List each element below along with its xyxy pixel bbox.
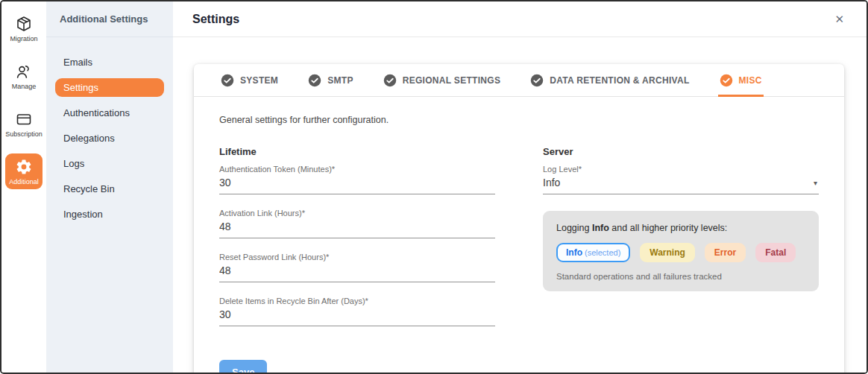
- field-label: Authentication Token (Minutes)*: [219, 165, 495, 174]
- lifetime-section: Lifetime Authentication Token (Minutes)*…: [219, 146, 495, 340]
- check-circle-icon: [221, 74, 234, 87]
- main-area: Settings ✕ SYSTEM: [173, 1, 867, 373]
- settings-tabs: SYSTEM SMTP REGIONAL SETTINGS: [194, 64, 844, 97]
- sidebar-additional-settings: Additional Settings Emails Settings Auth…: [46, 1, 173, 373]
- log-level-select[interactable]: Info ▾: [543, 174, 819, 194]
- info-text-prefix: Logging: [556, 223, 592, 233]
- log-level-info-text: Logging Info and all higher priority lev…: [556, 223, 805, 233]
- section-heading-lifetime: Lifetime: [219, 146, 495, 157]
- main-body: SYSTEM SMTP REGIONAL SETTINGS: [173, 37, 867, 374]
- tab-description: General settings for further configurati…: [219, 115, 819, 125]
- check-circle-icon: [383, 74, 397, 87]
- log-level-value: Info: [543, 177, 560, 188]
- info-text-highlight: Info: [592, 223, 609, 233]
- badge-error: Error: [705, 243, 746, 262]
- badge-info-selected-note: (selected): [585, 248, 620, 257]
- sidebar-item-ingestion[interactable]: Ingestion: [55, 205, 164, 224]
- field-label: Delete Items in Recycle Bin After (Days)…: [219, 297, 495, 305]
- tab-label: MISC: [739, 75, 762, 86]
- badge-fatal: Fatal: [755, 243, 796, 262]
- sidebar-title: Additional Settings: [46, 1, 173, 37]
- page-title: Settings: [192, 13, 239, 26]
- tab-label: DATA RETENTION & ARCHIVAL: [550, 75, 689, 86]
- sidebar-item-logs[interactable]: Logs: [55, 154, 164, 173]
- rail-item-manage[interactable]: Manage: [5, 58, 43, 94]
- tab-label: REGIONAL SETTINGS: [403, 75, 501, 86]
- misc-tab-content: General settings for further configurati…: [194, 97, 844, 374]
- rail-item-additional[interactable]: Additional: [5, 153, 43, 189]
- tab-data-retention-archival[interactable]: DATA RETENTION & ARCHIVAL: [529, 64, 691, 97]
- field-label: Reset Password Link (Hours)*: [219, 253, 495, 262]
- check-circle-icon: [530, 74, 544, 87]
- main-header: Settings ✕: [173, 1, 867, 37]
- app-window: Migration Manage Subscription: [0, 0, 868, 374]
- server-section: Server Log Level* Info ▾ Logging: [543, 146, 819, 340]
- sidebar-nav: Emails Settings Authentications Delegati…: [46, 37, 173, 230]
- sidebar-item-recycle-bin[interactable]: Recycle Bin: [55, 180, 164, 198]
- tab-system[interactable]: SYSTEM: [219, 64, 280, 97]
- icon-rail: Migration Manage Subscription: [1, 1, 46, 373]
- field-label: Activation Link (Hours)*: [219, 209, 495, 218]
- badge-info: Info(selected): [556, 243, 630, 262]
- rail-item-label: Subscription: [5, 130, 43, 138]
- check-circle-icon: [720, 74, 733, 87]
- field-authentication-token: Authentication Token (Minutes)*: [219, 165, 495, 194]
- sidebar-item-delegations[interactable]: Delegations: [55, 129, 164, 148]
- activation-link-input[interactable]: [219, 218, 495, 238]
- log-level-footnote: Standard operations and all failures tra…: [556, 272, 805, 281]
- field-delete-items-recycle-bin: Delete Items in Recycle Bin After (Days)…: [219, 297, 495, 326]
- sidebar-item-authentications[interactable]: Authentications: [55, 104, 164, 122]
- card-icon: [15, 110, 33, 128]
- tab-regional-settings[interactable]: REGIONAL SETTINGS: [382, 64, 503, 97]
- check-circle-icon: [308, 74, 321, 87]
- sidebar-item-emails[interactable]: Emails: [55, 53, 164, 72]
- log-level-info-box: Logging Info and all higher priority lev…: [543, 211, 819, 291]
- rail-item-migration[interactable]: Migration: [5, 10, 43, 46]
- people-icon: [15, 63, 33, 80]
- badge-warning: Warning: [640, 243, 695, 262]
- delete-items-recycle-bin-input[interactable]: [219, 305, 495, 326]
- save-button[interactable]: Save: [219, 360, 267, 374]
- rail-item-label: Migration: [10, 35, 37, 42]
- section-heading-server: Server: [543, 146, 819, 157]
- info-text-suffix: and all higher priority levels:: [609, 223, 727, 233]
- tab-label: SMTP: [327, 75, 353, 86]
- authentication-token-input[interactable]: [219, 174, 495, 194]
- reset-password-link-input[interactable]: [219, 262, 495, 282]
- tab-smtp[interactable]: SMTP: [306, 64, 355, 97]
- rail-item-label: Manage: [12, 83, 37, 90]
- rail-item-label: Additional: [9, 178, 39, 186]
- log-level-badges: Info(selected) Warning Error Fatal: [556, 243, 805, 262]
- tab-misc[interactable]: MISC: [718, 64, 764, 97]
- settings-card: SYSTEM SMTP REGIONAL SETTINGS: [194, 64, 844, 374]
- badge-info-label: Info: [566, 247, 582, 258]
- field-reset-password-link: Reset Password Link (Hours)*: [219, 253, 495, 282]
- rail-item-subscription[interactable]: Subscription: [5, 106, 43, 142]
- package-icon: [15, 15, 33, 33]
- close-icon[interactable]: ✕: [834, 13, 844, 25]
- sidebar-item-settings[interactable]: Settings: [55, 78, 164, 97]
- field-log-level: Log Level* Info ▾: [543, 165, 819, 194]
- gear-icon: [15, 158, 33, 176]
- field-label: Log Level*: [543, 165, 819, 174]
- tab-label: SYSTEM: [240, 75, 278, 86]
- chevron-down-icon: ▾: [814, 179, 819, 187]
- field-activation-link: Activation Link (Hours)*: [219, 209, 495, 238]
